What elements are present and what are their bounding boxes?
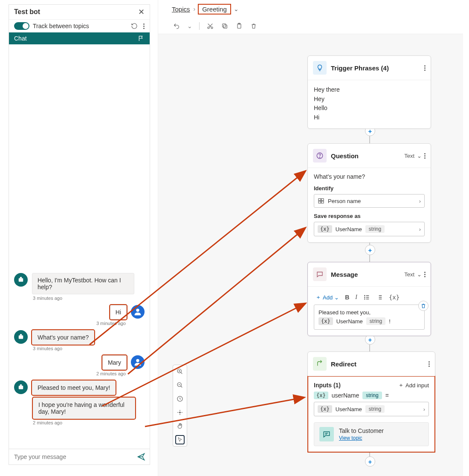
more-icon[interactable] (424, 153, 426, 159)
svg-point-14 (208, 27, 209, 29)
inputs-label: Inputs (1) (314, 382, 341, 389)
more-icon[interactable] (143, 23, 145, 29)
select-icon[interactable] (176, 436, 184, 444)
svg-point-13 (21, 387, 22, 388)
add-button[interactable]: ＋ Add ⌄ (316, 293, 339, 301)
copy-icon[interactable] (221, 22, 229, 30)
message-row: Pleased to meet you, Mary! (14, 380, 145, 395)
more-icon[interactable] (424, 65, 426, 71)
test-bot-header: Test bot ✕ (9, 5, 150, 20)
message-text-box[interactable]: Pleased to meet you, {x} UserName string… (314, 305, 425, 330)
param-type: string (362, 392, 382, 399)
svg-rect-10 (19, 386, 23, 389)
chat-tab-label: Chat (14, 35, 27, 42)
bot-message: What's your name? (32, 330, 94, 345)
more-icon[interactable] (428, 361, 430, 367)
redirect-target[interactable]: Talk to Customer View topic (314, 422, 429, 446)
svg-point-32 (179, 412, 181, 413)
breadcrumb-root[interactable]: Topics (172, 6, 190, 13)
send-icon[interactable] (137, 453, 145, 461)
message-trailing: ! (389, 318, 391, 325)
more-icon[interactable] (424, 272, 426, 277)
user-message: Mary (102, 355, 127, 370)
svg-point-4 (136, 309, 139, 312)
chat-body: Hello, I'm MyTestbot. How can I help? 3 … (9, 44, 150, 449)
cut-icon[interactable] (206, 22, 214, 30)
chat-icon (319, 427, 334, 441)
svg-rect-0 (19, 278, 23, 282)
svg-point-8 (21, 337, 22, 337)
node-title: Trigger Phrases (4) (331, 64, 389, 72)
add-input-button[interactable]: ＋ Add input (398, 381, 429, 389)
pan-icon[interactable] (176, 422, 184, 430)
output-type[interactable]: Text (404, 153, 414, 159)
trigger-phrase: Hey (314, 95, 425, 104)
canvas[interactable]: + + + + Trigger Phrases (4) Hey there He… (158, 34, 463, 476)
question-node[interactable]: Question Text ⌄ What's your name? Identi… (307, 143, 431, 243)
reset-icon[interactable] (130, 22, 138, 30)
bot-message: Hello, I'm MyTestbot. How can I help? (32, 273, 134, 294)
view-topic-link[interactable]: View topic (339, 435, 362, 441)
track-toggle[interactable] (14, 22, 29, 30)
delete-icon[interactable] (250, 22, 258, 30)
message-input[interactable] (13, 453, 137, 461)
identify-field[interactable]: Person name › (314, 194, 425, 208)
authoring-canvas-pane: Topics › Greeting ⌄ ⌄ + + + (158, 0, 463, 476)
undo-icon[interactable] (173, 22, 180, 30)
breadcrumb-current: Greeting (199, 5, 230, 14)
bold-icon[interactable]: B (345, 294, 349, 301)
chevron-down-icon[interactable]: ⌄ (417, 271, 422, 278)
add-node-button[interactable]: + (365, 456, 375, 467)
svg-point-7 (20, 337, 20, 337)
message-time: 3 minutes ago (14, 321, 126, 326)
zoom-out-icon[interactable] (176, 381, 184, 389)
message-row: Mary (14, 355, 145, 370)
chevron-right-icon: › (423, 406, 425, 412)
close-icon[interactable]: ✕ (138, 8, 145, 16)
variable-icon: {x} (318, 405, 332, 413)
svg-point-27 (365, 297, 365, 297)
delete-icon[interactable] (418, 301, 428, 311)
chevron-down-icon[interactable]: ⌄ (187, 23, 192, 29)
variable-icon[interactable]: {x} (389, 294, 400, 301)
trigger-phrases: Hey there Hey Hello Hi (308, 80, 431, 128)
zoom-in-icon[interactable] (176, 368, 184, 375)
save-variable-field[interactable]: {x} UserName string › (314, 222, 425, 236)
paste-icon[interactable] (235, 22, 243, 30)
variable-icon: {x} (318, 317, 333, 325)
input-value-field[interactable]: {x} UserName string › (314, 402, 429, 416)
italic-icon[interactable]: I (355, 294, 357, 301)
output-type[interactable]: Text (404, 271, 414, 278)
zoom-reset-icon[interactable] (176, 395, 184, 403)
question-text[interactable]: What's your name? (314, 173, 425, 180)
breadcrumb: Topics › Greeting ⌄ (158, 0, 463, 18)
user-avatar-icon (131, 305, 145, 319)
message-node[interactable]: Message Text ⌄ ＋ Add ⌄ B I (307, 262, 431, 336)
chevron-down-icon[interactable]: ⌄ (234, 6, 239, 12)
user-message: Hi (110, 305, 127, 319)
bot-message: I hope you're having a wonderful day, Ma… (33, 398, 135, 419)
fit-icon[interactable] (176, 409, 184, 416)
test-bot-panel: Test bot ✕ Track between topics Chat Hel… (9, 4, 150, 465)
flag-icon[interactable] (138, 35, 145, 42)
numbered-list-icon[interactable] (376, 294, 383, 301)
trigger-node[interactable]: Trigger Phrases (4) Hey there Hey Hello … (307, 55, 431, 129)
identify-label: Identify (314, 185, 425, 192)
message-row: Hello, I'm MyTestbot. How can I help? (14, 273, 145, 294)
node-title: Question (331, 152, 359, 160)
value-type: string (365, 405, 385, 413)
variable-name: UserName (336, 318, 363, 325)
lightbulb-icon (313, 61, 327, 75)
bot-avatar-icon (14, 330, 28, 344)
chat-tab[interactable]: Chat (9, 32, 150, 44)
svg-point-26 (365, 295, 365, 296)
bulleted-list-icon[interactable] (363, 294, 370, 301)
svg-point-3 (21, 279, 22, 280)
chevron-down-icon[interactable]: ⌄ (417, 153, 422, 159)
node-title: Message (331, 271, 358, 278)
svg-rect-17 (223, 23, 226, 27)
add-node-button[interactable]: + (365, 245, 375, 255)
redirect-node[interactable]: Redirect Inputs (1) ＋ Add input {x} user… (307, 351, 435, 453)
trigger-phrase: Hi (314, 113, 425, 122)
svg-rect-22 (318, 199, 321, 201)
